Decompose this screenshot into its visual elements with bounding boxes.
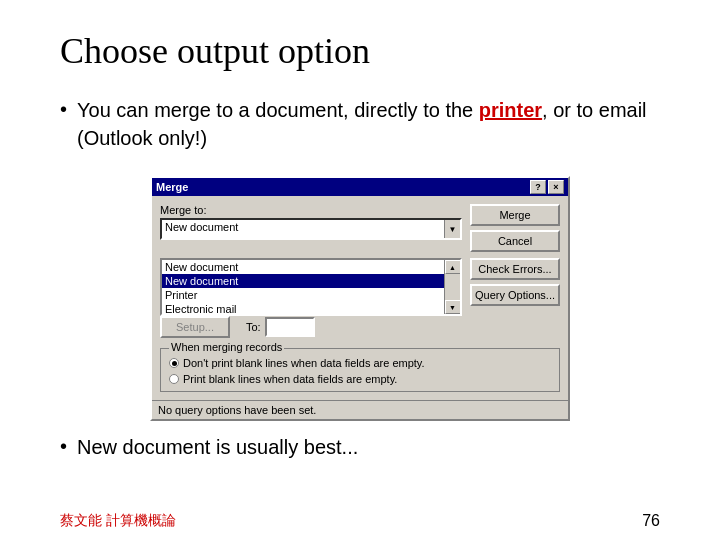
- merge-dialog: Merge ? × Merge to: New document ▼: [150, 176, 570, 421]
- merge-to-row: Merge to: New document ▼ Merge Cancel: [160, 204, 560, 252]
- radio-2[interactable]: [169, 374, 179, 384]
- select-arrow-icon[interactable]: ▼: [444, 220, 460, 238]
- listbox-item-new-document[interactable]: New document: [162, 260, 444, 274]
- merge-listbox[interactable]: New document New document Printer Electr…: [160, 258, 462, 316]
- dialog-right-buttons-2: Check Errors... Query Options...: [470, 258, 560, 306]
- radio-row-2: Print blank lines when data fields are e…: [169, 373, 551, 385]
- dialog-title-text: Merge: [156, 181, 188, 193]
- footer-page-number: 76: [642, 512, 660, 530]
- scrollbar-up-icon[interactable]: ▲: [445, 260, 461, 274]
- merge-button[interactable]: Merge: [470, 204, 560, 226]
- setup-button[interactable]: Setup...: [160, 316, 230, 338]
- merge-to-value: New document: [162, 220, 444, 238]
- printer-highlight: printer: [479, 99, 542, 121]
- to-input[interactable]: [265, 317, 315, 337]
- dialog-wrapper: Merge ? × Merge to: New document ▼: [60, 176, 660, 421]
- setup-to-row: Setup... To:: [160, 316, 462, 338]
- query-options-button[interactable]: Query Options...: [470, 284, 560, 306]
- merge-to-label: Merge to:: [160, 204, 462, 216]
- close-button[interactable]: ×: [548, 180, 564, 194]
- listbox-content: New document New document Printer Electr…: [162, 260, 444, 314]
- bullet-1: • You can merge to a document, directly …: [60, 96, 660, 152]
- listbox-row: New document New document Printer Electr…: [160, 258, 560, 338]
- bullet-2: • New document is usually best...: [60, 433, 660, 461]
- listbox-scrollbar: ▲ ▼: [444, 260, 460, 314]
- dialog-right-buttons: Merge Cancel: [470, 204, 560, 252]
- dialog-left-panel: Merge to: New document ▼: [160, 204, 462, 240]
- dialog-left-list: New document New document Printer Electr…: [160, 258, 462, 338]
- slide-title: Choose output option: [60, 30, 660, 72]
- radio-2-label: Print blank lines when data fields are e…: [183, 373, 397, 385]
- merge-to-select[interactable]: New document ▼: [160, 218, 462, 240]
- cancel-button[interactable]: Cancel: [470, 230, 560, 252]
- bullet-symbol: •: [60, 98, 67, 121]
- bullet-1-text: You can merge to a document, directly to…: [77, 96, 660, 152]
- titlebar-buttons: ? ×: [530, 180, 564, 194]
- listbox-item-new-document-selected[interactable]: New document: [162, 274, 444, 288]
- to-row: To:: [246, 317, 315, 337]
- bullet-1-prefix: You can merge to a document, directly to…: [77, 99, 479, 121]
- groupbox-label: When merging records: [169, 341, 284, 353]
- radio-1-label: Don't print blank lines when data fields…: [183, 357, 425, 369]
- when-merging-groupbox: When merging records Don't print blank l…: [160, 348, 560, 392]
- radio-row-1: Don't print blank lines when data fields…: [169, 357, 551, 369]
- radio-1[interactable]: [169, 358, 179, 368]
- to-label: To:: [246, 321, 261, 333]
- listbox-item-printer[interactable]: Printer: [162, 288, 444, 302]
- dialog-titlebar: Merge ? ×: [152, 178, 568, 196]
- listbox-item-email[interactable]: Electronic mail: [162, 302, 444, 316]
- footer-left-text: 蔡文能 計算機概論: [60, 512, 176, 530]
- slide-footer: 蔡文能 計算機概論 76: [60, 512, 660, 530]
- check-errors-button[interactable]: Check Errors...: [470, 258, 560, 280]
- bullet-symbol-2: •: [60, 435, 67, 458]
- slide-container: Choose output option • You can merge to …: [0, 0, 720, 540]
- bullet-2-text: New document is usually best...: [77, 433, 358, 461]
- status-bar: No query options have been set.: [152, 400, 568, 419]
- dialog-body: Merge to: New document ▼ Merge Cancel: [152, 196, 568, 400]
- help-button[interactable]: ?: [530, 180, 546, 194]
- scrollbar-down-icon[interactable]: ▼: [445, 300, 461, 314]
- radio-1-dot: [172, 361, 177, 366]
